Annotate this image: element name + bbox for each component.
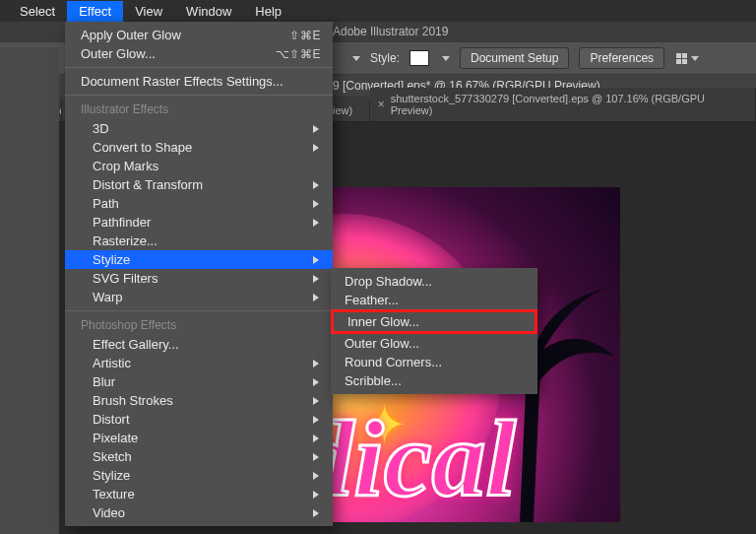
menu-item-label: Sketch	[93, 449, 132, 464]
menu-item-raster-settings[interactable]: Document Raster Effects Settings...	[65, 72, 333, 91]
tab-label: shutterstock_577330279 [Converted].eps @…	[391, 93, 745, 116]
menu-item-stylize[interactable]: Stylize	[65, 250, 333, 269]
document-setup-button[interactable]: Document Setup	[460, 47, 569, 69]
stylize-submenu: Drop Shadow...Feather...Inner Glow...Out…	[331, 268, 537, 394]
menu-section-photoshop: Photoshop Effects	[65, 315, 333, 335]
menu-item-pathfinder[interactable]: Pathfinder	[65, 213, 333, 232]
menu-item-label: Pathfinder	[93, 215, 151, 230]
menu-item-label: Distort & Transform	[93, 177, 203, 192]
app-title: Adobe Illustrator 2019	[333, 25, 448, 38]
submenu-item-outer-glow[interactable]: Outer Glow...	[331, 334, 537, 353]
align-options-icon[interactable]	[674, 48, 700, 68]
effect-dropdown: Apply Outer Glow ⇧⌘E Outer Glow... ⌥⇧⌘E …	[65, 22, 333, 526]
submenu-arrow-icon	[313, 416, 319, 424]
menu-item-label: Document Raster Effects Settings...	[81, 74, 284, 89]
menu-item-rasterize[interactable]: Rasterize...	[65, 232, 333, 250]
submenu-arrow-icon	[313, 453, 319, 461]
menu-item-svg-filters[interactable]: SVG Filters	[65, 269, 333, 288]
menu-select[interactable]: Select	[8, 1, 67, 22]
menu-item-video[interactable]: Video	[65, 503, 333, 522]
submenu-arrow-icon	[313, 181, 319, 189]
menu-item-apply-last[interactable]: Apply Outer Glow ⇧⌘E	[65, 26, 333, 44]
menu-item-stylize[interactable]: Stylize	[65, 466, 333, 485]
menu-item-label: SVG Filters	[93, 271, 158, 286]
menu-item-label: Rasterize...	[93, 234, 158, 248]
menu-item-sketch[interactable]: Sketch	[65, 447, 333, 466]
submenu-arrow-icon	[313, 434, 319, 442]
menu-item-label: Effect Gallery...	[93, 337, 179, 352]
menu-item-label: Apply Outer Glow	[81, 28, 181, 42]
menu-item-label: Artistic	[93, 356, 131, 370]
menu-separator	[65, 95, 333, 96]
menu-section-illustrator: Illustrator Effects	[65, 100, 333, 119]
menu-item-label: Pixelate	[93, 431, 138, 445]
menu-item-label: 3D	[93, 121, 109, 136]
menu-item-label: Texture	[93, 487, 135, 501]
document-tab[interactable]: × shutterstock_577330279 [Converted].eps…	[370, 88, 756, 121]
menu-shortcut: ⌥⇧⌘E	[276, 47, 321, 61]
chevron-down-icon[interactable]	[352, 56, 360, 61]
menu-window[interactable]: Window	[174, 1, 243, 22]
menu-item-blur[interactable]: Blur	[65, 372, 333, 391]
menu-shortcut: ⇧⌘E	[289, 29, 321, 42]
menu-item-artistic[interactable]: Artistic	[65, 354, 333, 372]
menu-item-warp[interactable]: Warp	[65, 288, 333, 306]
menu-item-effect-gallery[interactable]: Effect Gallery...	[65, 335, 333, 354]
menu-item-label: Convert to Shape	[93, 140, 192, 155]
style-swatch[interactable]	[410, 50, 429, 66]
menu-item-label: Crop Marks	[93, 159, 158, 173]
menu-item-label: Distort	[93, 412, 130, 427]
submenu-item-drop-shadow[interactable]: Drop Shadow...	[331, 272, 537, 291]
submenu-arrow-icon	[313, 294, 319, 301]
menu-item-last-effect[interactable]: Outer Glow... ⌥⇧⌘E	[65, 44, 333, 63]
submenu-item-inner-glow[interactable]: Inner Glow...	[331, 309, 537, 334]
menu-item-label: Video	[93, 505, 125, 520]
submenu-arrow-icon	[313, 509, 319, 517]
menu-item-convert-to-shape[interactable]: Convert to Shape	[65, 138, 333, 157]
menu-item-path[interactable]: Path	[65, 194, 333, 213]
menu-item-label: Path	[93, 196, 119, 211]
submenu-arrow-icon	[313, 491, 319, 499]
style-label: Style:	[370, 51, 400, 65]
menu-view[interactable]: View	[123, 1, 174, 22]
menu-item-distort-transform[interactable]: Distort & Transform	[65, 175, 333, 194]
menu-separator	[65, 310, 333, 311]
submenu-arrow-icon	[313, 472, 319, 480]
submenu-arrow-icon	[313, 397, 319, 405]
menu-item-3d[interactable]: 3D	[65, 119, 333, 138]
menu-item-label: Stylize	[93, 468, 130, 483]
menu-item-label: Stylize	[93, 252, 130, 267]
submenu-arrow-icon	[313, 378, 319, 386]
submenu-arrow-icon	[313, 219, 319, 227]
side-tools-panel	[0, 47, 59, 534]
submenu-arrow-icon	[313, 256, 319, 264]
submenu-arrow-icon	[313, 360, 319, 367]
menu-help[interactable]: Help	[243, 1, 293, 22]
menu-item-label: Warp	[93, 290, 123, 304]
submenu-item-round-corners[interactable]: Round Corners...	[331, 353, 537, 371]
menu-item-pixelate[interactable]: Pixelate	[65, 429, 333, 447]
submenu-arrow-icon	[313, 275, 319, 283]
menu-item-label: Outer Glow...	[81, 46, 156, 61]
preferences-button[interactable]: Preferences	[579, 47, 664, 69]
tab-label: iew)	[333, 104, 352, 116]
chevron-down-icon[interactable]	[442, 56, 450, 61]
close-icon[interactable]: ×	[378, 98, 385, 111]
menubar: Select Effect View Window Help	[0, 0, 756, 22]
submenu-arrow-icon	[313, 144, 319, 152]
submenu-arrow-icon	[313, 125, 319, 133]
menu-effect[interactable]: Effect	[67, 1, 123, 22]
menu-separator	[65, 67, 333, 68]
submenu-item-feather[interactable]: Feather...	[331, 291, 537, 309]
menu-item-brush-strokes[interactable]: Brush Strokes	[65, 391, 333, 410]
menu-item-label: Brush Strokes	[93, 393, 173, 408]
menu-item-crop-marks[interactable]: Crop Marks	[65, 157, 333, 175]
submenu-arrow-icon	[313, 200, 319, 208]
submenu-item-scribble[interactable]: Scribble...	[331, 371, 537, 390]
menu-item-texture[interactable]: Texture	[65, 485, 333, 503]
menu-item-label: Blur	[93, 374, 115, 389]
menu-item-distort[interactable]: Distort	[65, 410, 333, 429]
